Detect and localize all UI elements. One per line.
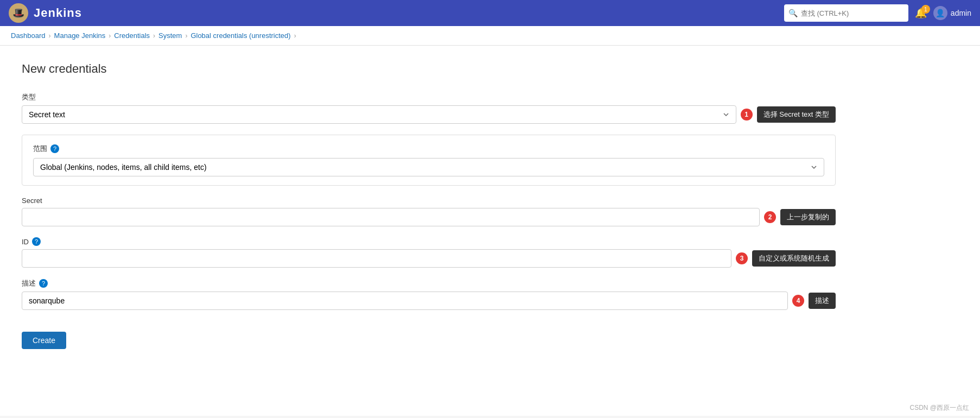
description-label: 描述 ? [22,278,836,288]
breadcrumb-global-credentials[interactable]: Global credentials (unrestricted) [190,31,290,40]
secret-field-group: Secret 2 上一步复制的 [22,197,836,226]
breadcrumb-sep-3: › [153,32,155,40]
search-input[interactable] [801,9,888,17]
create-button[interactable]: Create [22,332,66,349]
notifications-button[interactable]: 🔔 1 [915,7,927,19]
username-label: admin [951,9,971,17]
type-field-group: 类型 Secret text 1 选择 Secret text 类型 [22,92,836,124]
scope-select[interactable]: Global (Jenkins, nodes, items, all child… [33,158,824,176]
breadcrumb-system[interactable]: System [158,31,182,40]
type-select[interactable]: Secret text [22,105,736,124]
scope-label: 范围 ? [33,144,824,154]
id-input[interactable] [22,249,731,268]
description-input[interactable] [22,292,788,310]
type-step-badge: 1 [741,109,753,121]
id-step-badge: 3 [736,252,748,264]
secret-label: Secret [22,197,836,205]
description-field-group: 描述 ? 4 描述 [22,278,836,310]
credentials-form: 类型 Secret text 1 选择 Secret text 类型 范围 ? … [22,92,836,349]
page-title: New credentials [22,62,958,76]
id-help-icon[interactable]: ? [32,237,41,246]
type-label: 类型 [22,92,836,102]
breadcrumb-sep-4: › [185,32,187,40]
breadcrumb-sep-1: › [49,32,51,40]
breadcrumb-credentials[interactable]: Credentials [114,31,150,40]
description-annotation-tooltip: 描述 [809,293,836,309]
breadcrumb-manage-jenkins[interactable]: Manage Jenkins [54,31,106,40]
breadcrumb-sep-2: › [109,32,111,40]
secret-annotation-row: 2 上一步复制的 [22,208,836,226]
breadcrumb-sep-5: › [294,32,296,40]
user-menu[interactable]: 👤 admin [933,6,971,20]
app-title: Jenkins [34,6,82,20]
id-field-group: ID ? 3 自定义或系统随机生成 [22,237,836,268]
jenkins-logo: 🎩 [9,3,28,23]
type-annotation-tooltip: 选择 Secret text 类型 [757,106,836,123]
description-step-badge: 4 [792,295,804,307]
secret-input[interactable] [22,208,760,226]
id-annotation-row: 3 自定义或系统随机生成 [22,249,836,268]
breadcrumb-dashboard[interactable]: Dashboard [11,31,46,40]
header-right: 🔍 ? 🔔 1 👤 admin [784,4,971,22]
id-label: ID ? [22,237,836,246]
description-help-icon[interactable]: ? [39,279,48,288]
scope-section-box: 范围 ? Global (Jenkins, nodes, items, all … [22,135,836,186]
secret-annotation-tooltip: 上一步复制的 [780,209,836,225]
search-box[interactable]: 🔍 ? [784,4,908,22]
breadcrumb: Dashboard › Manage Jenkins › Credentials… [0,26,980,46]
user-avatar-icon: 👤 [933,6,947,20]
footer-watermark: CSDN @西原一点红 [909,403,969,413]
search-icon: 🔍 [788,9,798,17]
scope-help-icon[interactable]: ? [50,144,59,153]
description-annotation-row: 4 描述 [22,292,836,310]
search-help-button[interactable]: ? [891,7,904,20]
header: 🎩 Jenkins 🔍 ? 🔔 1 👤 admin [0,0,980,26]
id-annotation-tooltip: 自定义或系统随机生成 [752,250,836,267]
type-annotation-row: Secret text 1 选择 Secret text 类型 [22,105,836,124]
header-left: 🎩 Jenkins [9,3,82,23]
main-content: New credentials 类型 Secret text 1 选择 Secr… [0,46,980,416]
notification-badge: 1 [921,5,930,14]
secret-step-badge: 2 [764,211,776,223]
